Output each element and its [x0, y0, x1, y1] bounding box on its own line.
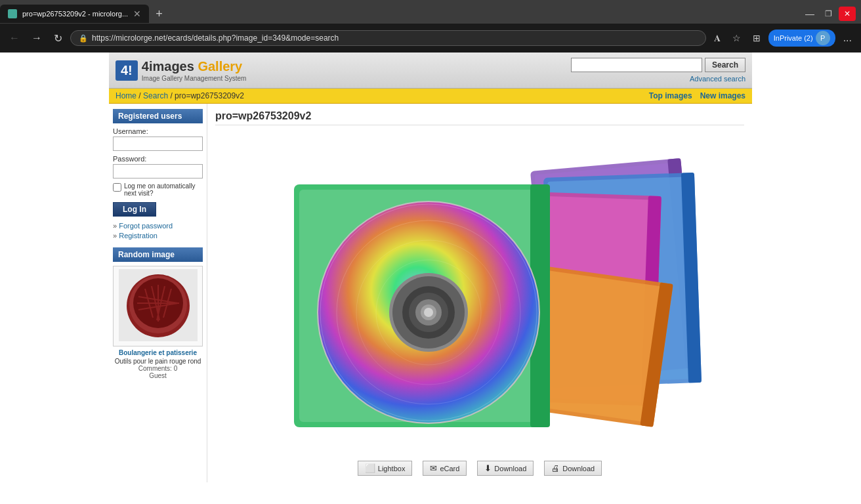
forgot-password-link[interactable]: Forgot password — [113, 222, 203, 230]
random-caption: Boulangerie et patisserie Outils pour le… — [113, 349, 203, 379]
more-button[interactable]: ... — [839, 30, 856, 47]
password-input[interactable] — [113, 164, 203, 178]
lock-icon: 🔒 — [79, 34, 88, 43]
username-input[interactable] — [113, 136, 203, 151]
breadcrumb-search[interactable]: Search — [143, 91, 168, 100]
download-label-2: Download — [562, 465, 595, 472]
main-layout: Registered users Username: Password: Log… — [109, 104, 752, 482]
download-button-2[interactable]: 🖨 Download — [544, 461, 602, 476]
lightbox-icon: ⬜ — [365, 463, 375, 473]
top-links: Top images New images — [649, 91, 746, 100]
download-icon-1: ⬇ — [484, 463, 492, 473]
remember-label: Log me on automatically next visit? — [124, 182, 203, 197]
inprivate-label: InPrivate (2) — [774, 34, 813, 42]
browser-toolbar: ← → ↻ 🔒 https://microlorge.net/ecards/de… — [0, 24, 861, 52]
registered-users-title: Registered users — [113, 109, 203, 123]
reader-view-button[interactable]: 𝐀 — [710, 30, 724, 47]
search-area: Search Advanced search — [571, 58, 746, 83]
breadcrumb: Home / Search / pro=wp26753209v2 — [116, 91, 244, 100]
username-group: Username: — [113, 127, 203, 151]
refresh-button[interactable]: ↻ — [50, 30, 66, 47]
login-button[interactable]: Log In — [113, 202, 156, 217]
new-tab-button[interactable]: + — [149, 7, 169, 21]
logo-images-text: 4images — [142, 59, 194, 74]
forward-button[interactable]: → — [28, 30, 46, 47]
url-text: https://microlorge.net/ecards/details.ph… — [92, 33, 698, 43]
password-label: Password: — [113, 155, 203, 163]
toolbar-actions: 𝐀 ☆ ⊞ InPrivate (2) P ... — [710, 30, 856, 47]
main-image-svg — [215, 132, 727, 453]
lightbox-button[interactable]: ⬜ Lightbox — [358, 461, 413, 476]
search-button[interactable]: Search — [705, 58, 746, 72]
svg-point-36 — [424, 308, 433, 317]
sidebar: Registered users Username: Password: Log… — [109, 104, 207, 482]
download-button-1[interactable]: ⬇ Download — [477, 461, 534, 476]
site-header: 4! 4images Gallery Image Gallery Managem… — [109, 52, 752, 89]
random-image-container[interactable] — [113, 266, 203, 346]
ecard-button[interactable]: ✉ eCard — [423, 461, 467, 476]
breadcrumb-sep2: / — [168, 91, 175, 100]
back-button[interactable]: ← — [5, 30, 24, 47]
logo-box: 4! — [116, 60, 138, 81]
browser-window: pro=wp26753209v2 - microlorg... ✕ + — ❐ … — [0, 0, 861, 52]
site-wrapper: 4! 4images Gallery Image Gallery Managem… — [109, 52, 752, 482]
tab-bar: pro=wp26753209v2 - microlorg... ✕ + — ❐ … — [0, 0, 861, 24]
random-image-section: Random image — [113, 247, 203, 379]
page-title: pro=wp26753209v2 — [215, 110, 744, 125]
username-label: Username: — [113, 127, 203, 135]
new-images-link[interactable]: New images — [700, 91, 746, 100]
close-button[interactable]: ✕ — [839, 7, 856, 21]
breadcrumb-sep1: / — [136, 91, 143, 100]
search-box-row: Search — [571, 58, 746, 72]
breadcrumb-bar: Home / Search / pro=wp26753209v2 Top ima… — [109, 89, 752, 104]
tab-title: pro=wp26753209v2 - microlorg... — [22, 10, 128, 18]
random-image-title: Random image — [113, 247, 203, 262]
image-display-wrapper — [215, 132, 744, 455]
top-images-link[interactable]: Top images — [649, 91, 692, 100]
address-bar[interactable]: 🔒 https://microlorge.net/ecards/details.… — [70, 30, 706, 46]
collections-button[interactable]: ⊞ — [749, 30, 765, 46]
profile-avatar: P — [816, 31, 830, 45]
random-comments: Comments: 0 — [138, 365, 177, 372]
random-image — [119, 269, 198, 341]
advanced-search-link[interactable]: Advanced search — [690, 75, 746, 83]
favorites-button[interactable]: ☆ — [728, 30, 745, 46]
active-tab[interactable]: pro=wp26753209v2 - microlorg... ✕ — [0, 5, 149, 23]
tab-close-button[interactable]: ✕ — [133, 9, 141, 19]
random-subtitle: Outils pour le pain rouge rond — [113, 358, 203, 365]
minimize-button[interactable]: — — [801, 6, 818, 22]
inprivate-badge[interactable]: InPrivate (2) P — [768, 30, 835, 47]
breadcrumb-current: pro=wp26753209v2 — [175, 91, 244, 100]
logo-gallery-text: Gallery — [194, 59, 242, 74]
password-group: Password: — [113, 155, 203, 178]
ecard-label: eCard — [440, 465, 459, 472]
breadcrumb-home[interactable]: Home — [116, 91, 136, 100]
restore-button[interactable]: ❐ — [821, 7, 836, 21]
logo-area: 4! 4images Gallery Image Gallery Managem… — [116, 59, 246, 82]
logo-subtitle: Image Gallery Management System — [142, 75, 247, 82]
download-icon-2: 🖨 — [551, 463, 560, 473]
registration-link[interactable]: Registration — [113, 232, 203, 240]
random-user: Guest — [149, 372, 167, 379]
random-title-link[interactable]: Boulangerie et patisserie — [119, 349, 197, 356]
image-actions: ⬜ Lightbox ✉ eCard ⬇ Download 🖨 Download — [215, 461, 744, 476]
content-area: pro=wp26753209v2 — [207, 104, 752, 482]
ecard-icon: ✉ — [430, 463, 437, 473]
search-input[interactable] — [571, 58, 702, 72]
remember-row: Log me on automatically next visit? — [113, 182, 203, 197]
tab-favicon — [8, 9, 17, 18]
lightbox-label: Lightbox — [378, 465, 406, 472]
sidebar-links: Forgot password Registration — [113, 222, 203, 240]
page-wrapper: 4! 4images Gallery Image Gallery Managem… — [0, 52, 861, 482]
download-label-1: Download — [494, 465, 526, 472]
remember-checkbox[interactable] — [113, 183, 121, 192]
